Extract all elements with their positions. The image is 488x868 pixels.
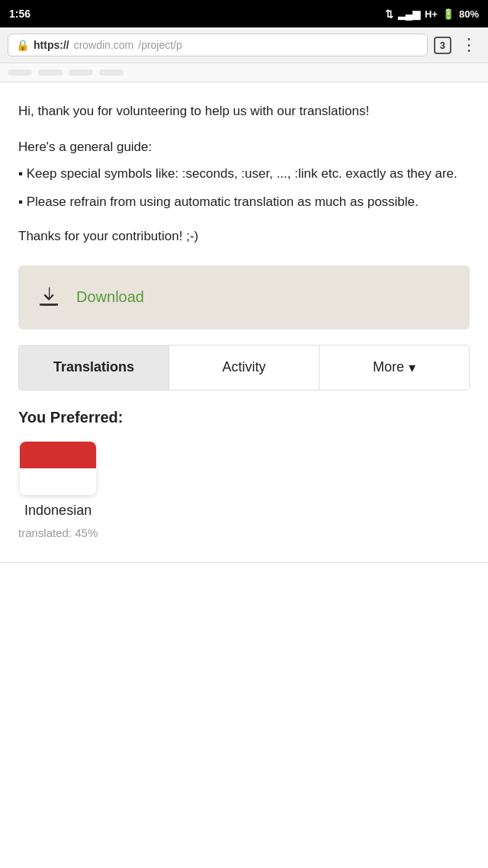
language-card-indonesian[interactable]: Indonesian translated: 45%	[18, 442, 98, 539]
battery-level: 80%	[459, 8, 479, 20]
chevron-down-icon: ▾	[409, 359, 416, 376]
svg-rect-0	[40, 304, 58, 306]
page-tabs-partial	[0, 63, 488, 82]
tab-translations[interactable]: Translations	[19, 346, 169, 390]
tab-pill-3[interactable]	[69, 69, 93, 76]
url-https-part: https://	[34, 39, 69, 51]
tab-pill-1[interactable]	[8, 69, 32, 76]
main-content: Hi, thank you for volunteering to help u…	[0, 82, 488, 391]
tab-pill-2[interactable]	[38, 69, 63, 76]
status-indicators: ⇅ ▂▄▆ H+ 🔋 80%	[385, 8, 479, 20]
signal-arrows-icon: ⇅	[385, 8, 393, 20]
guide-item-1: ▪ Keep special symbols like: :seconds, :…	[18, 163, 470, 185]
tab-count-badge[interactable]: 3	[434, 37, 451, 54]
ssl-lock-icon: 🔒	[16, 39, 29, 51]
flag-red-stripe	[20, 442, 96, 468]
guide-item-2: ▪ Please refrain from using automatic tr…	[18, 191, 470, 214]
url-domain-part: crowdin.com	[74, 39, 134, 51]
signal-bars-icon: ▂▄▆	[398, 8, 420, 20]
battery-icon: 🔋	[442, 8, 454, 20]
you-preferred-section: You Preferred: Indonesian translated: 45…	[0, 409, 488, 539]
language-name: Indonesian	[24, 503, 92, 519]
thanks-message: Thanks for your contribution! ;-)	[18, 229, 470, 244]
indonesian-flag	[20, 442, 96, 495]
flag-white-stripe	[20, 468, 96, 495]
browser-toolbar: 🔒 https://crowdin.com/project/p 3 ⋮	[0, 27, 488, 63]
guide-section: Here's a general guide: ▪ Keep special s…	[18, 137, 470, 214]
bottom-divider	[0, 562, 488, 577]
guide-title: Here's a general guide:	[18, 137, 470, 159]
section-tab-bar: Translations Activity More ▾	[18, 345, 470, 391]
browser-more-button[interactable]: ⋮	[458, 35, 480, 55]
download-label: Download	[76, 288, 144, 306]
welcome-message: Hi, thank you for volunteering to help u…	[18, 101, 470, 121]
url-path-part: /project/p	[138, 39, 182, 51]
tab-more-label: More	[373, 359, 404, 375]
url-bar[interactable]: 🔒 https://crowdin.com/project/p	[8, 34, 428, 56]
download-icon	[34, 282, 64, 313]
status-bar: 1:56 ⇅ ▂▄▆ H+ 🔋 80%	[0, 0, 488, 27]
translation-progress: translated: 45%	[18, 526, 98, 539]
time-display: 1:56	[9, 8, 30, 20]
you-preferred-title: You Preferred:	[18, 409, 470, 426]
tab-more[interactable]: More ▾	[319, 346, 469, 390]
tab-activity[interactable]: Activity	[169, 346, 319, 390]
tab-pill-4[interactable]	[99, 69, 124, 76]
network-type: H+	[425, 8, 438, 20]
download-button[interactable]: Download	[18, 265, 470, 330]
